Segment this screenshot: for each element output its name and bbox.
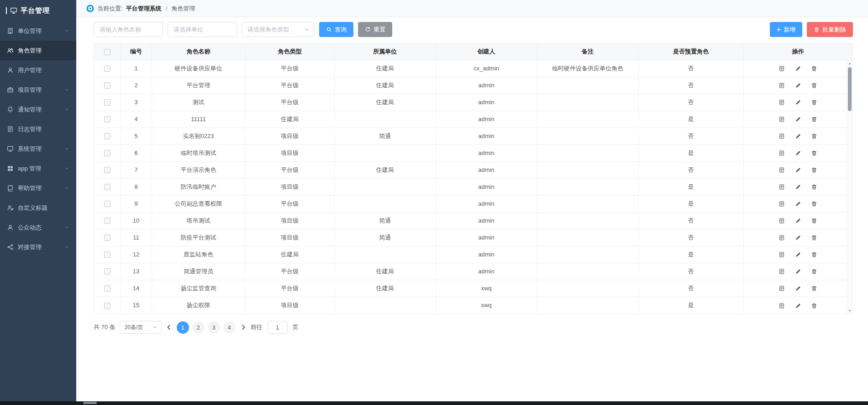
sidebar-item-9[interactable]: 自定义标题 — [0, 198, 76, 218]
row-checkbox[interactable] — [104, 150, 110, 156]
row-checkbox[interactable] — [104, 167, 110, 173]
row-checkbox[interactable] — [104, 184, 110, 190]
select-all-checkbox[interactable] — [104, 49, 110, 55]
scroll-up-icon[interactable]: ▲ — [848, 60, 852, 66]
view-icon[interactable] — [779, 116, 785, 123]
delete-icon[interactable] — [811, 251, 817, 258]
edit-icon[interactable] — [795, 82, 801, 89]
row-checkbox[interactable] — [104, 201, 110, 207]
view-icon[interactable] — [779, 82, 785, 89]
edit-icon[interactable] — [795, 65, 801, 72]
page-button-2[interactable]: 2 — [192, 321, 205, 334]
page-size-select[interactable]: 20条/页 — [120, 321, 162, 334]
row-checkbox[interactable] — [104, 82, 110, 89]
delete-icon[interactable] — [811, 82, 817, 89]
sidebar-item-8[interactable]: 帮助管理 — [0, 178, 76, 198]
sidebar-item-7[interactable]: app 管理 — [0, 159, 76, 178]
view-icon[interactable] — [779, 201, 785, 207]
bottom-bar-notch — [83, 402, 97, 404]
row-checkbox[interactable] — [104, 133, 110, 139]
delete-icon[interactable] — [811, 184, 817, 190]
batch-delete-button[interactable]: 批量删除 — [807, 22, 853, 37]
delete-icon[interactable] — [811, 201, 817, 207]
row-checkbox[interactable] — [104, 268, 110, 275]
sidebar-item-1[interactable]: 角色管理 — [0, 41, 76, 60]
sidebar-item-5[interactable]: 日志管理 — [0, 119, 76, 139]
delete-icon[interactable] — [811, 218, 817, 224]
add-button[interactable]: + 新增 — [770, 22, 802, 37]
sidebar-item-10[interactable]: 公众动态 — [0, 218, 76, 237]
page-button-4[interactable]: 4 — [223, 321, 236, 334]
sidebar-item-2[interactable]: 用户管理 — [0, 60, 76, 80]
view-icon[interactable] — [779, 268, 785, 275]
row-checkbox[interactable] — [104, 65, 110, 72]
cell-preset: 否 — [638, 77, 743, 94]
cell-checkbox — [94, 212, 121, 229]
goto-page-input[interactable] — [268, 321, 288, 334]
delete-icon[interactable] — [811, 303, 817, 309]
scroll-down-icon[interactable]: ▼ — [848, 308, 852, 314]
view-icon[interactable] — [779, 285, 785, 292]
view-icon[interactable] — [779, 167, 785, 173]
row-checkbox[interactable] — [104, 303, 110, 309]
view-icon[interactable] — [779, 251, 785, 258]
document-icon — [7, 126, 14, 133]
row-checkbox[interactable] — [104, 234, 110, 241]
edit-icon[interactable] — [795, 268, 801, 275]
edit-icon[interactable] — [795, 99, 801, 106]
delete-icon[interactable] — [811, 268, 817, 275]
delete-icon[interactable] — [811, 133, 817, 139]
edit-icon[interactable] — [795, 251, 801, 258]
delete-icon[interactable] — [811, 150, 817, 156]
view-icon[interactable] — [779, 184, 785, 190]
role-type-select[interactable]: 请选择角色类型 — [242, 22, 315, 37]
delete-icon[interactable] — [811, 167, 817, 173]
edit-icon[interactable] — [795, 167, 801, 173]
view-icon[interactable] — [779, 218, 785, 224]
edit-icon[interactable] — [795, 303, 801, 309]
view-icon[interactable] — [779, 99, 785, 106]
breadcrumb-root[interactable]: 平台管理系统 — [126, 5, 162, 13]
next-page-button[interactable] — [240, 324, 247, 330]
page-button-3[interactable]: 3 — [208, 321, 220, 334]
delete-icon[interactable] — [811, 234, 817, 241]
row-checkbox[interactable] — [104, 285, 110, 292]
delete-icon[interactable] — [811, 116, 817, 123]
sidebar-item-3[interactable]: 项目管理 — [0, 80, 76, 100]
cell-operations — [743, 144, 852, 161]
delete-icon[interactable] — [811, 285, 817, 292]
edit-icon[interactable] — [795, 285, 801, 292]
sidebar-item-0[interactable]: 单位管理 — [0, 21, 76, 41]
delete-icon[interactable] — [811, 65, 817, 72]
edit-icon[interactable] — [795, 184, 801, 190]
sidebar-item-11[interactable]: 对接管理 — [0, 237, 76, 257]
reset-button[interactable]: 重置 — [358, 22, 392, 37]
row-checkbox[interactable] — [104, 218, 110, 224]
table-scrollbar[interactable]: ▲ ▼ — [847, 60, 852, 314]
sidebar-item-4[interactable]: 通知管理 — [0, 100, 76, 119]
edit-icon[interactable] — [795, 116, 801, 123]
scrollbar-thumb[interactable] — [848, 67, 852, 111]
view-icon[interactable] — [779, 133, 785, 139]
view-icon[interactable] — [779, 234, 785, 241]
search-button[interactable]: 查询 — [319, 22, 353, 37]
row-checkbox[interactable] — [104, 116, 110, 123]
edit-icon[interactable] — [795, 218, 801, 224]
row-checkbox[interactable] — [104, 251, 110, 258]
view-icon[interactable] — [779, 150, 785, 156]
edit-icon[interactable] — [795, 150, 801, 156]
edit-icon[interactable] — [795, 201, 801, 207]
prev-page-button[interactable] — [166, 324, 172, 330]
view-icon[interactable] — [779, 303, 785, 309]
view-icon[interactable] — [779, 65, 785, 72]
delete-icon[interactable] — [811, 99, 817, 106]
edit-icon[interactable] — [795, 133, 801, 139]
sidebar-item-label: 用户管理 — [18, 66, 69, 75]
row-checkbox[interactable] — [104, 99, 110, 106]
sidebar-item-6[interactable]: 系统管理 — [0, 139, 76, 159]
edit-icon[interactable] — [795, 234, 801, 241]
unit-input[interactable] — [168, 22, 237, 37]
cell-checkbox — [94, 94, 121, 111]
role-name-input[interactable] — [94, 22, 163, 37]
page-button-1[interactable]: 1 — [177, 321, 189, 334]
